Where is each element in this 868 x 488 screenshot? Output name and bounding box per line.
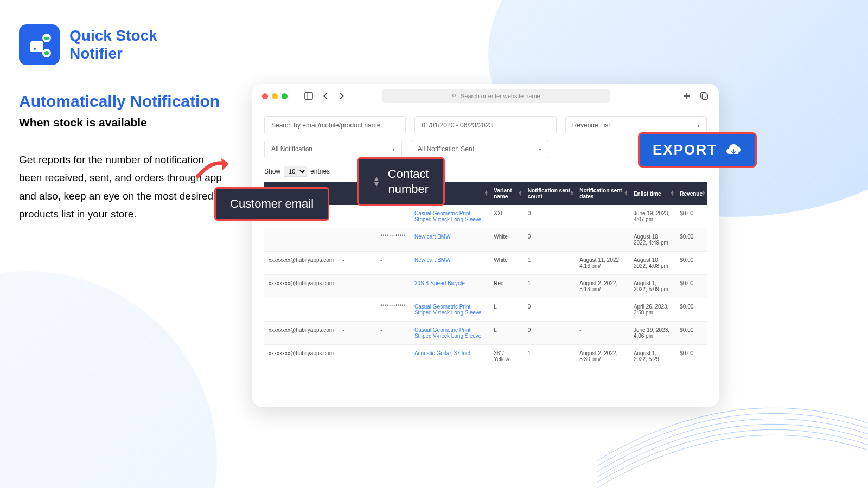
search-icon [452,93,457,99]
table-cell: August 1, 2022, 5:29 [629,345,675,368]
table-cell: August 10, 2022, 4:08 pm [629,252,675,275]
cloud-download-icon [725,143,742,157]
table-cell: - [376,345,410,368]
column-header[interactable]: Variant name▲▼ [489,182,524,205]
column-header[interactable]: Notification sent count▲▼ [524,182,575,205]
table-cell: August 2, 2022, 5:13 pm/ [575,275,629,298]
table-cell: - [575,322,629,345]
minimize-dot[interactable] [272,93,278,99]
table-cell: August 1, 2022, 5:09 pm [629,275,675,298]
callout-contact-number: ▲▼ Contactnumber [357,157,445,206]
table-cell: - [338,228,376,252]
column-header[interactable]: Enlist time▲▼ [629,182,675,205]
table-cell[interactable]: Casual Geometric Print Striped V-neck Lo… [410,298,489,322]
entries-select[interactable]: 10 [284,166,307,177]
table-cell: $0.00 [675,345,707,368]
table-cell: White [489,252,524,275]
address-bar[interactable]: Search or enter website name [382,89,610,103]
table-cell: 1 [524,275,575,298]
table-cell[interactable]: New cart BMW [410,252,489,275]
table-cell: - [575,228,629,252]
table-cell: - [575,298,629,322]
notifications-table: ct name▲▼Variant name▲▼Notification sent… [264,182,707,368]
svg-rect-12 [701,93,706,98]
date-range-input[interactable]: 01/01/2020 - 06/23/2023 [414,116,556,134]
show-label: Show [264,168,280,175]
table-cell: White [489,228,524,252]
notification-filter-select[interactable]: All Notification [264,140,402,158]
table-cell[interactable]: Casual Geometric Print Striped V-neck Lo… [410,205,489,228]
table-cell[interactable]: 20S 8-Speed Bicycle [410,275,489,298]
table-cell: xxxxxxxx@hubifyapps.com [264,252,338,275]
table-cell: L [489,298,524,322]
back-icon[interactable] [321,91,331,101]
svg-point-1 [34,48,36,50]
address-placeholder: Search or enter website name [461,93,540,99]
revenue-select[interactable]: Revenue List [565,116,707,134]
notification-sent-select[interactable]: All Notification Sent [411,140,548,158]
tabs-icon[interactable] [699,91,709,101]
svg-rect-6 [305,93,312,100]
table-row: ---Casual Geometric Print Striped V-neck… [264,205,707,228]
table-cell: - [376,205,410,228]
table-cell: - [338,252,376,275]
body-copy: Get reports for the number of notificati… [19,151,225,223]
table-cell: $0.00 [675,298,707,322]
table-cell: - [338,298,376,322]
column-header[interactable]: Revenue▲▼ [675,182,707,205]
svg-rect-3 [44,37,49,40]
table-cell: August 11, 2022, 4:16 pm/ [575,252,629,275]
svg-point-5 [44,51,49,55]
table-cell: $0.00 [675,205,707,228]
column-header[interactable]: Notification sent dates▲▼ [575,182,629,205]
export-button[interactable]: EXPORT [638,132,757,168]
svg-rect-13 [702,94,707,99]
search-input[interactable]: Search by email/mobile/product name [264,116,406,134]
table-cell[interactable]: Acoustic Guitar, 37 Inch [410,345,489,368]
svg-point-8 [452,94,455,97]
table-cell: $0.00 [675,275,707,298]
brand-line2: Notifier [69,45,157,62]
plus-icon[interactable] [682,91,692,101]
table-cell: - [338,205,376,228]
table-row: --************Casual Geometric Print Str… [264,298,707,322]
table-cell: xxxxxxxx@hubifyapps.com [264,322,338,345]
headline: Automatically Notification [19,92,225,111]
table-row: xxxxxxxx@hubifyapps.com--Casual Geometri… [264,322,707,345]
table-cell: - [376,275,410,298]
table-cell: - [338,275,376,298]
table-cell: XXL [489,205,524,228]
table-row: xxxxxxxx@hubifyapps.com--Acoustic Guitar… [264,345,707,368]
table-cell: 1 [524,345,575,368]
table-cell: - [376,252,410,275]
forward-icon[interactable] [336,91,346,101]
table-cell: 1 [524,252,575,275]
table-row: xxxxxxxx@hubifyapps.com--20S 8-Speed Bic… [264,275,707,298]
table-cell: - [338,345,376,368]
table-cell: August 2, 2022, 5:30 pm/ [575,345,629,368]
table-cell: Red [489,275,524,298]
table-cell: - [338,322,376,345]
table-row: xxxxxxxx@hubifyapps.com--New cart BMWWhi… [264,252,707,275]
sidebar-icon[interactable] [304,91,314,101]
maximize-dot[interactable] [282,93,288,99]
table-cell[interactable]: New cart BMW [410,228,489,252]
brand-logo: Quick Stock Notifier [19,24,157,65]
table-cell: $0.00 [675,252,707,275]
brand-line1: Quick Stock [69,27,157,44]
table-row: --************New cart BMWWhite0-August … [264,228,707,252]
table-cell: June 19, 2023, 4:06 pm [629,322,675,345]
sort-icon: ▲▼ [373,176,380,187]
table-cell: 0 [524,322,575,345]
table-cell: - [264,298,338,322]
table-cell: $0.00 [675,322,707,345]
table-cell[interactable]: Casual Geometric Print Striped V-neck Lo… [410,322,489,345]
table-cell: xxxxxxxx@hubifyapps.com [264,345,338,368]
table-cell: 0 [524,298,575,322]
close-dot[interactable] [262,93,268,99]
table-cell: ************ [376,228,410,252]
logo-icon [19,24,60,65]
table-cell: - [376,322,410,345]
table-cell: $0.00 [675,228,707,252]
arrow-icon [195,152,233,184]
